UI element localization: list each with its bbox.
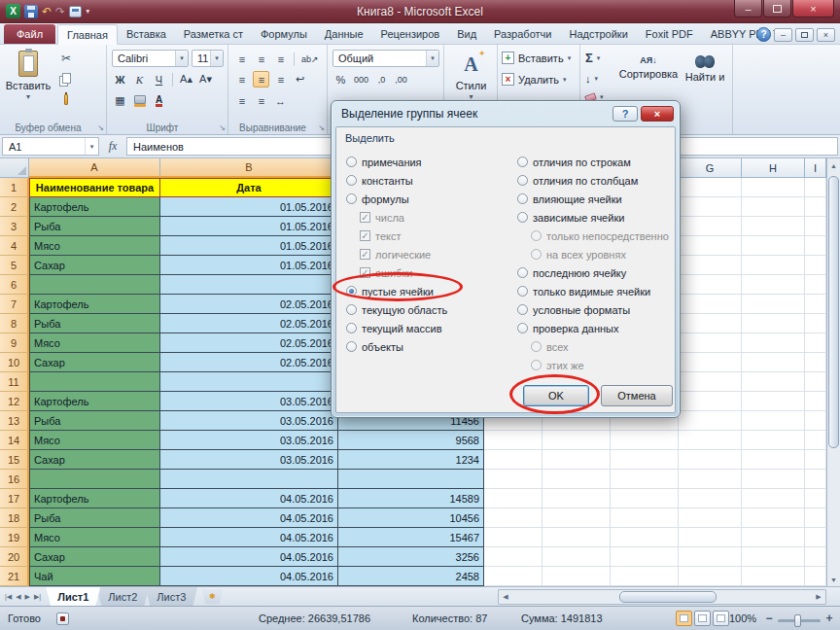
- column-header-B[interactable]: B: [160, 158, 338, 178]
- chevron-down-icon[interactable]: ▾: [563, 76, 567, 84]
- cell-H21[interactable]: [742, 567, 805, 586]
- align-center-button[interactable]: ≡: [253, 71, 269, 88]
- row-header-14[interactable]: 14: [0, 431, 29, 450]
- fill-button[interactable]: ↓▾: [585, 73, 598, 85]
- cell-G18[interactable]: [679, 508, 742, 528]
- cell-G20[interactable]: [679, 547, 742, 567]
- cell-F17[interactable]: [611, 489, 679, 508]
- cell-C16[interactable]: [338, 470, 484, 489]
- row-header-8[interactable]: 8: [0, 314, 29, 333]
- cell-I19[interactable]: [805, 528, 826, 547]
- cell-A13[interactable]: Рыба: [29, 411, 160, 431]
- dialog-option-left-11[interactable]: объекты: [346, 337, 513, 356]
- workbook-restore-button[interactable]: [795, 28, 814, 42]
- name-box[interactable]: A1▾: [2, 137, 99, 156]
- decrease-decimal-button[interactable]: ,00: [393, 71, 409, 88]
- cell-H17[interactable]: [742, 489, 805, 508]
- cell-G19[interactable]: [679, 528, 742, 547]
- last-sheet-button[interactable]: ▶|: [33, 593, 42, 601]
- cell-C19[interactable]: 15467: [338, 528, 484, 547]
- cell-H14[interactable]: [742, 431, 805, 450]
- name-box-dropdown-icon[interactable]: ▾: [85, 138, 98, 155]
- row-header-10[interactable]: 10: [0, 353, 29, 372]
- align-bottom-button[interactable]: ≡: [272, 51, 289, 67]
- cell-C20[interactable]: 3256: [338, 547, 484, 567]
- cell-H18[interactable]: [742, 508, 805, 528]
- horizontal-scroll-track[interactable]: [512, 590, 812, 604]
- cell-B19[interactable]: 04.05.2016: [160, 528, 338, 547]
- cell-A15[interactable]: Сахар: [29, 450, 160, 470]
- cell-F14[interactable]: [611, 431, 679, 450]
- cell-I21[interactable]: [805, 567, 826, 586]
- row-header-1[interactable]: 1: [0, 178, 29, 197]
- cell-B11[interactable]: [160, 372, 338, 392]
- cell-G2[interactable]: [679, 197, 742, 217]
- scroll-up-button[interactable]: ▲: [827, 158, 840, 172]
- dialog-option-right-9[interactable]: условные форматы: [517, 300, 684, 319]
- dialog-close-button[interactable]: ×: [641, 106, 674, 122]
- chevron-down-icon[interactable]: ▾: [210, 51, 223, 66]
- row-header-15[interactable]: 15: [0, 450, 29, 470]
- cell-B10[interactable]: 02.05.2016: [160, 353, 338, 372]
- page-break-view-button[interactable]: [713, 611, 729, 626]
- ribbon-tab-2[interactable]: Вставка: [118, 23, 175, 44]
- cell-A2[interactable]: Картофель: [29, 197, 160, 217]
- zoom-out-button[interactable]: −: [762, 612, 776, 625]
- column-header-G[interactable]: G: [679, 158, 742, 178]
- cell-B14[interactable]: 03.05.2016: [160, 431, 338, 450]
- dialog-option-left-9[interactable]: текущую область: [346, 300, 513, 319]
- cell-B21[interactable]: 04.05.2016: [160, 567, 338, 586]
- insert-function-button[interactable]: fx: [99, 139, 126, 154]
- cell-C14[interactable]: 9568: [338, 431, 484, 450]
- row-header-4[interactable]: 4: [0, 236, 29, 256]
- row-header-20[interactable]: 20: [0, 547, 29, 567]
- cell-G16[interactable]: [679, 470, 742, 489]
- cell-A19[interactable]: Мясо: [29, 528, 160, 547]
- macro-record-icon[interactable]: [56, 612, 69, 625]
- borders-button[interactable]: ▦: [112, 92, 128, 109]
- customize-qat-dropdown-icon[interactable]: ▾: [86, 7, 89, 16]
- cell-E18[interactable]: [542, 508, 611, 528]
- cell-I13[interactable]: [805, 411, 826, 431]
- dialog-option-right-7[interactable]: последнюю ячейку: [517, 263, 684, 282]
- cell-B1[interactable]: Дата: [160, 178, 338, 197]
- increase-decimal-button[interactable]: ,0: [373, 71, 390, 88]
- font-color-button[interactable]: А: [151, 92, 167, 109]
- cell-A3[interactable]: Рыба: [29, 217, 160, 236]
- cell-A18[interactable]: Рыба: [29, 508, 160, 528]
- vertical-scrollbar[interactable]: ▲ ▼: [826, 158, 840, 586]
- cell-I5[interactable]: [805, 256, 826, 275]
- cell-G13[interactable]: [679, 411, 742, 431]
- cell-H4[interactable]: [742, 236, 805, 256]
- sheet-tab-3[interactable]: Лист3: [145, 587, 197, 606]
- dialog-option-left-3[interactable]: формулы: [346, 190, 513, 208]
- number-format-combo[interactable]: Общий▾: [332, 50, 439, 67]
- cell-A20[interactable]: Сахар: [29, 547, 160, 567]
- cell-I18[interactable]: [805, 508, 826, 528]
- cell-D18[interactable]: [484, 508, 542, 528]
- cell-A12[interactable]: Картофель: [29, 392, 160, 411]
- cell-A9[interactable]: Мясо: [29, 333, 160, 353]
- normal-view-button[interactable]: [676, 611, 692, 626]
- cell-G8[interactable]: [679, 314, 742, 333]
- cell-H16[interactable]: [742, 470, 805, 489]
- cell-E14[interactable]: [542, 431, 611, 450]
- cell-A4[interactable]: Мясо: [29, 236, 160, 256]
- cell-B2[interactable]: 01.05.2016: [160, 197, 338, 217]
- grow-font-button[interactable]: А▴: [178, 71, 194, 88]
- next-sheet-button[interactable]: ▶: [24, 593, 31, 601]
- orientation-button[interactable]: ab↗: [299, 51, 321, 67]
- row-header-19[interactable]: 19: [0, 528, 29, 547]
- cell-A6[interactable]: [29, 275, 160, 295]
- cell-H13[interactable]: [742, 411, 805, 431]
- cell-B4[interactable]: 01.05.2016: [160, 236, 338, 256]
- ribbon-tab-1[interactable]: Главная: [57, 24, 118, 45]
- cell-B8[interactable]: 02.05.2016: [160, 314, 338, 333]
- chevron-down-icon[interactable]: ▾: [568, 54, 572, 62]
- cell-B17[interactable]: 04.05.2016: [160, 489, 338, 508]
- cell-D17[interactable]: [484, 489, 542, 508]
- cell-B3[interactable]: 01.05.2016: [160, 217, 338, 236]
- delete-cells-button[interactable]: × Удалить ▾: [502, 73, 567, 86]
- cell-C17[interactable]: 14589: [338, 489, 484, 508]
- find-select-button[interactable]: Найти и: [680, 48, 730, 83]
